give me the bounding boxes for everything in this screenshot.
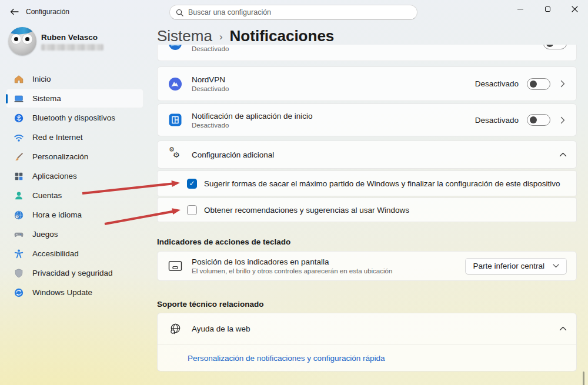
suggest-ways-row: Sugerir formas de sacar el máximo partid…	[157, 170, 577, 196]
position-dropdown[interactable]: Parte inferior central	[465, 258, 567, 274]
toggle-switch[interactable]	[543, 45, 567, 49]
content-area: Desactivado NordVPN Desactivado Desactiv…	[0, 45, 588, 385]
search-input[interactable]	[188, 8, 411, 16]
chevron-right-icon	[559, 80, 567, 88]
startup-app-icon	[168, 113, 182, 127]
scrollbar-thumb[interactable]	[583, 371, 584, 385]
app-icon	[168, 45, 182, 51]
toggle-switch[interactable]	[527, 78, 550, 90]
row-subtitle: Desactivado	[192, 45, 229, 52]
toggle-state-label: Desactivado	[475, 79, 519, 88]
row-title: Posición de los indicadores en pantalla	[192, 257, 392, 266]
row-subtitle: Desactivado	[192, 85, 229, 92]
row-subtitle: Desactivado	[192, 122, 313, 129]
keyboard-section-header: Indicadores de acciones de teclado	[157, 237, 290, 246]
row-title: Notificación de aplicación de inicio	[192, 112, 313, 120]
breadcrumb-separator-icon: ›	[219, 31, 223, 43]
recommendations-row: Obtener recomendaciones y sugerencias al…	[157, 197, 577, 222]
chevron-down-icon	[553, 264, 559, 268]
dropdown-value: Parte inferior central	[473, 262, 544, 270]
gears-icon: ⚙⚙	[168, 148, 182, 162]
settings-window: Configuración Ruben Velasco	[0, 0, 588, 385]
back-button[interactable]	[5, 4, 24, 20]
nordvpn-icon	[168, 77, 182, 91]
search-box[interactable]	[169, 5, 417, 20]
profile-name: Ruben Velasco	[41, 33, 98, 42]
close-icon	[572, 6, 578, 12]
breadcrumb: Sistema › Notificaciones	[157, 27, 334, 45]
row-title: Ayuda de la web	[192, 324, 250, 333]
chevron-right-icon	[559, 116, 567, 124]
support-section-header: Soporte técnico relacionado	[157, 300, 264, 309]
screen-position-icon	[168, 260, 182, 272]
indicator-position-row: Posición de los indicadores en pantalla …	[157, 251, 577, 281]
row-subtitle: El volumen, el brillo y otros controles …	[192, 267, 392, 274]
toggle-state-label: Desactivado	[475, 116, 519, 125]
notifications-customization-link[interactable]: Personalización de notificaciones y conf…	[188, 354, 385, 363]
row-title: Configuración adicional	[192, 150, 274, 159]
additional-settings-expander[interactable]: ⚙⚙ Configuración adicional	[157, 140, 577, 169]
minimize-icon	[517, 9, 523, 9]
back-arrow-icon	[10, 8, 19, 15]
suggest-ways-checkbox[interactable]	[187, 179, 197, 189]
search-icon	[176, 9, 183, 16]
nordvpn-row[interactable]: NordVPN Desactivado Desactivado	[157, 66, 577, 101]
window-controls	[507, 0, 588, 24]
app-notification-row-partial[interactable]: Desactivado	[157, 45, 577, 61]
chevron-up-icon[interactable]	[559, 326, 567, 331]
recommendations-checkbox[interactable]	[187, 205, 197, 215]
checkbox-label: Obtener recomendaciones y sugerencias al…	[204, 206, 409, 215]
startup-notification-row[interactable]: Notificación de aplicación de inicio Des…	[157, 103, 577, 136]
chevron-up-icon[interactable]	[559, 152, 567, 157]
web-help-card: Ayuda de la web Personalización de notif…	[157, 313, 577, 371]
maximize-button[interactable]	[534, 0, 561, 18]
maximize-icon	[545, 6, 550, 12]
breadcrumb-parent[interactable]: Sistema	[157, 27, 212, 45]
web-help-expander[interactable]: Ayuda de la web	[158, 313, 576, 344]
close-button[interactable]	[561, 0, 588, 18]
web-globe-icon	[168, 323, 182, 335]
toggle-switch[interactable]	[527, 114, 550, 126]
checkbox-label: Sugerir formas de sacar el máximo partid…	[204, 179, 560, 188]
app-title: Configuración	[26, 8, 69, 16]
row-title: NordVPN	[192, 75, 229, 84]
page-title: Notificaciones	[230, 27, 335, 45]
minimize-button[interactable]	[507, 0, 534, 18]
titlebar: Configuración	[0, 0, 588, 24]
